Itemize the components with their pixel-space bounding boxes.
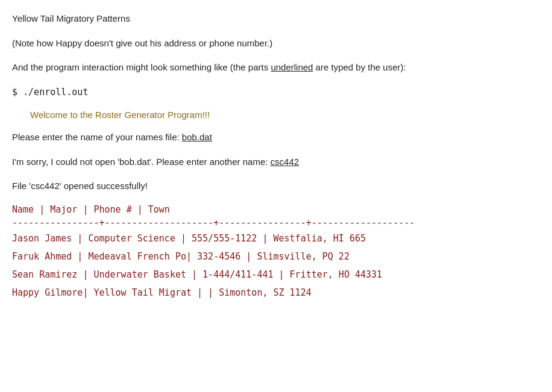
desc-underlined: underlined (271, 62, 313, 72)
separator-text: ----------------+--------------------+--… (12, 217, 415, 228)
error-line: I'm sorry, I could not open 'bob.dat'. P… (12, 155, 540, 169)
error-input-text: csc442 (271, 157, 300, 167)
error-text: I'm sorry, I could not open 'bob.dat'. P… (12, 157, 271, 167)
command: $ ./enroll.out (12, 86, 540, 99)
desc-text: And the program interaction might look s… (12, 62, 271, 72)
note-text: (Note how Happy doesn't give out his add… (12, 38, 272, 48)
title-text: Yellow Tail Migratory Patterns (12, 13, 130, 23)
main-content: Yellow Tail Migratory Patterns (Note how… (12, 12, 540, 298)
desc-end: are typed by the user): (313, 62, 406, 72)
title: Yellow Tail Migratory Patterns (12, 12, 540, 26)
table-row: Jason James | Computer Science | 555/555… (12, 233, 540, 244)
prompt-input-text: bob.dat (182, 132, 212, 142)
prompt-text: Please enter the name of your names file… (12, 132, 182, 142)
note: (Note how Happy doesn't give out his add… (12, 37, 540, 51)
table-rows: Jason James | Computer Science | 555/555… (12, 233, 540, 298)
table-header-text: Name | Major | Phone # | Town (12, 204, 170, 215)
command-text: $ ./enroll.out (12, 87, 88, 98)
table-row: Sean Ramirez | Underwater Basket | 1-444… (12, 269, 540, 280)
table-header: Name | Major | Phone # | Town (12, 204, 540, 215)
welcome-message: Welcome to the Roster Generator Program!… (30, 110, 540, 120)
welcome-text: Welcome to the Roster Generator Program!… (30, 110, 210, 120)
table-row: Happy Gilmore| Yellow Tail Migrat | | Si… (12, 287, 540, 298)
table-separator: ----------------+--------------------+--… (12, 217, 540, 228)
success-text: File 'csc442' opened successfully! (12, 181, 148, 191)
prompt-line: Please enter the name of your names file… (12, 131, 540, 145)
table-row: Faruk Ahmed | Medeaval French Po| 332-45… (12, 251, 540, 262)
success-line: File 'csc442' opened successfully! (12, 179, 540, 193)
description: And the program interaction might look s… (12, 61, 540, 75)
